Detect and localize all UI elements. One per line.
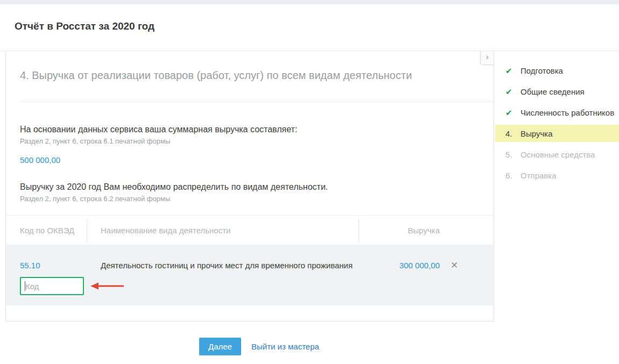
wizard-step-3[interactable]: ✔ Численность работников xyxy=(495,102,619,123)
close-icon: ✕ xyxy=(451,260,458,270)
check-icon: ✔ xyxy=(505,87,512,96)
wizard-step-5: 5. Основные средства xyxy=(495,144,619,165)
step-label: Выручка xyxy=(520,129,553,138)
row-activity-name: Деятельность гостиниц и прочих мест для … xyxy=(87,261,359,270)
step-label: Отправка xyxy=(520,171,557,180)
distribute-hint: Раздел 2, пункт 6, строка 6.2 печатной ф… xyxy=(20,195,480,203)
step-number: 6. xyxy=(495,171,520,180)
summary-text: На основании данных сервиса ваша суммарн… xyxy=(20,124,480,135)
step-label: Основные средства xyxy=(520,150,595,159)
next-button[interactable]: Далее xyxy=(199,338,241,355)
top-accent-bar xyxy=(0,0,619,4)
step-number: 5. xyxy=(495,150,520,159)
check-icon: ✔ xyxy=(505,66,512,75)
okved-code-input[interactable] xyxy=(20,277,84,295)
section-divider xyxy=(20,102,494,102)
table-row: 55.10 Деятельность гостиниц и прочих мес… xyxy=(6,261,494,270)
page-header: Отчёт в Росстат за 2020 год xyxy=(0,4,619,51)
activities-table-body: 55.10 Деятельность гостиниц и прочих мес… xyxy=(6,245,494,305)
new-row xyxy=(20,277,494,295)
total-revenue-value: 500 000,00 xyxy=(20,155,480,165)
text-caret xyxy=(25,281,25,291)
page-title: Отчёт в Росстат за 2020 год xyxy=(15,20,619,32)
column-header-okved-code: Код по ОКВЭД xyxy=(6,226,87,235)
wizard-step-1[interactable]: ✔ Подготовка xyxy=(495,60,619,81)
distribute-text: Выручку за 2020 год Вам необходимо распр… xyxy=(20,182,480,192)
step-label: Подготовка xyxy=(520,66,563,75)
check-icon: ✔ xyxy=(505,108,512,117)
wizard-step-2[interactable]: ✔ Общие сведения xyxy=(495,81,619,102)
summary-hint: Раздел 2, пункт 6, строка 6.1 печатной ф… xyxy=(20,137,480,146)
column-header-activity-name: Наименование вида деятельности xyxy=(87,226,359,235)
step-label: Численность работников xyxy=(520,108,614,117)
column-header-revenue: Выручка xyxy=(359,226,440,235)
table-header-row: Код по ОКВЭД Наименование вида деятельно… xyxy=(6,215,494,245)
column-separator xyxy=(358,219,359,242)
wizard-step-6: 6. Отправка xyxy=(495,165,619,186)
column-separator xyxy=(87,219,87,242)
step-number: 4. xyxy=(495,129,520,138)
exit-wizard-link[interactable]: Выйти из мастера xyxy=(251,342,319,351)
chevron-right-icon: › xyxy=(486,52,489,62)
wizard-content-panel: › 4. Выручка от реализации товаров (рабо… xyxy=(5,51,494,322)
collapse-panel-button[interactable]: › xyxy=(480,51,494,65)
step-label: Общие сведения xyxy=(520,87,585,96)
row-revenue-value[interactable]: 300 000,00 xyxy=(359,261,440,270)
delete-row-button[interactable]: ✕ xyxy=(451,261,458,270)
wizard-step-4-current[interactable]: 4. Выручка xyxy=(495,123,619,144)
row-okved-code[interactable]: 55.10 xyxy=(6,261,87,270)
section-title: 4. Выручка от реализации товаров (работ,… xyxy=(6,51,494,82)
arrow-left-icon xyxy=(90,282,124,290)
wizard-steps-nav: ✔ Подготовка ✔ Общие сведения ✔ Численно… xyxy=(495,60,619,186)
